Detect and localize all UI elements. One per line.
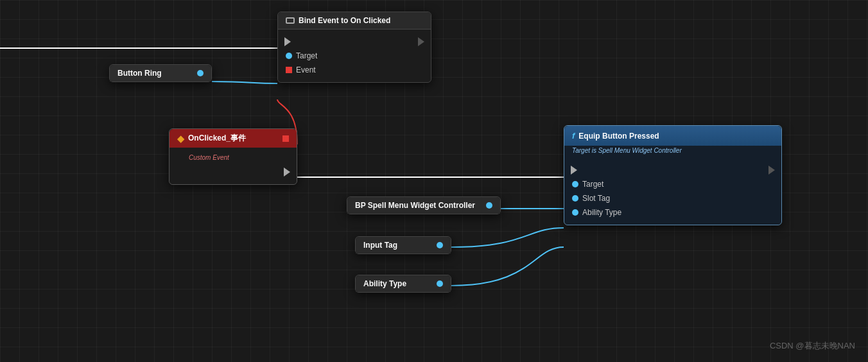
onclicked-body: Custom Event (169, 148, 297, 184)
equip-target-label: Target (582, 180, 603, 189)
button-ring-title: Button Ring (117, 69, 162, 78)
onclicked-subtitle: Custom Event (169, 153, 297, 165)
bp-spell-header: BP Spell Menu Widget Controller (347, 197, 500, 214)
equip-exec-row (564, 163, 781, 177)
bind-event-event-row: Event (278, 63, 431, 77)
equip-exec-in (571, 166, 577, 175)
watermark: CSDN @暮志未晚NAN (770, 340, 855, 352)
node-ability-type: Ability Type (355, 275, 451, 293)
onclicked-exec-out (284, 168, 290, 177)
monitor-icon (286, 17, 295, 24)
onclicked-exec-row (169, 165, 297, 179)
input-tag-header: Input Tag (356, 237, 451, 254)
equip-slot-tag-pin (572, 195, 578, 202)
bind-event-body: Target Event (278, 30, 431, 82)
node-onclicked-event: ◆ OnClicked_事件 Custom Event (169, 128, 297, 185)
equip-target-pin (572, 181, 578, 187)
equip-ability-type-label: Ability Type (582, 208, 621, 217)
equip-slot-tag-label: Slot Tag (582, 194, 610, 203)
equip-slot-tag-row: Slot Tag (564, 191, 781, 205)
function-icon: f (572, 131, 575, 141)
target-pin (286, 53, 292, 59)
equip-ability-type-pin (572, 209, 578, 216)
node-input-tag: Input Tag (355, 236, 451, 254)
bind-event-title: Bind Event to On Clicked (299, 16, 390, 25)
node-bind-event: Bind Event to On Clicked Target Event (277, 12, 431, 83)
event-pin (286, 67, 292, 73)
input-tag-title: Input Tag (363, 241, 397, 250)
ability-type-output-pin (437, 280, 443, 287)
onclicked-header: ◆ OnClicked_事件 (169, 129, 297, 148)
ability-type-title: Ability Type (363, 279, 406, 288)
exec-in-pin (284, 37, 291, 46)
bp-spell-title: BP Spell Menu Widget Controller (355, 201, 475, 210)
bind-event-exec-row (278, 35, 431, 49)
bind-event-header: Bind Event to On Clicked (278, 12, 431, 30)
button-ring-header: Button Ring (110, 65, 211, 82)
bp-spell-output-pin (486, 202, 492, 209)
node-equip-button-pressed: f Equip Button Pressed Target is Spell M… (564, 125, 782, 225)
target-label: Target (296, 51, 317, 60)
onclicked-title: OnClicked_事件 (188, 133, 246, 144)
equip-target-row: Target (564, 177, 781, 191)
equip-body: Target Slot Tag Ability Type (564, 158, 781, 225)
input-tag-output-pin (437, 242, 443, 248)
watermark-text: CSDN @暮志未晚NAN (770, 341, 855, 350)
onclicked-red-pin (282, 135, 289, 142)
equip-exec-out (768, 166, 775, 175)
button-ring-output-pin (197, 70, 204, 76)
equip-header: f Equip Button Pressed (564, 126, 781, 146)
exec-out-pin (418, 37, 424, 46)
equip-title: Equip Button Pressed (578, 132, 659, 141)
ability-type-header: Ability Type (356, 275, 451, 292)
bind-event-target-row: Target (278, 49, 431, 63)
equip-subtitle: Target is Spell Menu Widget Controller (564, 146, 781, 158)
diamond-icon: ◆ (177, 134, 184, 144)
node-button-ring: Button Ring (109, 64, 212, 82)
event-label: Event (296, 65, 316, 74)
node-bp-spell: BP Spell Menu Widget Controller (347, 196, 501, 214)
equip-ability-type-row: Ability Type (564, 205, 781, 220)
